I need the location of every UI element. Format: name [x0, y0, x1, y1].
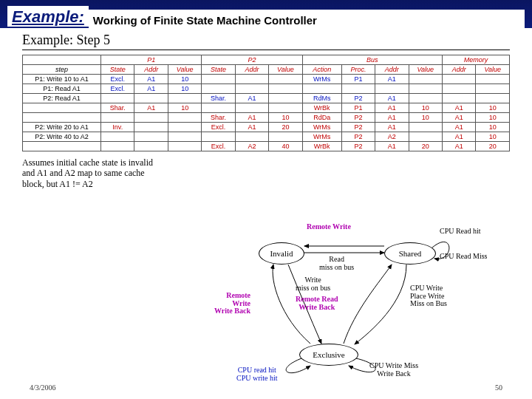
cell-bus_proc: P2: [341, 142, 375, 151]
cell-mem_addr: A1: [443, 113, 476, 123]
cell-mem_val: 10: [476, 132, 510, 142]
cell-p2_val: [269, 84, 302, 94]
col-mem-addr: Addr: [443, 65, 476, 75]
cell-p1_state: [101, 132, 134, 142]
cell-p2_state: Shar.: [202, 94, 235, 103]
assumption-text: Assumes initial cache state is invalid a…: [22, 157, 163, 189]
cell-bus_val: 10: [409, 103, 442, 113]
coherence-table: P1 P2 Bus Memory step State Addr Value S…: [22, 55, 510, 151]
cell-bus_action: [302, 84, 341, 94]
group-p1: P1: [101, 55, 202, 65]
cell-p2_state: Shar.: [202, 113, 235, 123]
cell-p1_val: [168, 94, 201, 103]
col-bus-proc: Proc.: [341, 65, 375, 75]
cell-p1_val: [168, 113, 201, 123]
footer-date: 4/3/2006: [30, 383, 56, 392]
cell-step: [23, 113, 101, 123]
cell-bus_addr: A1: [375, 75, 409, 84]
cell-bus_action: WrBk: [302, 103, 341, 113]
table-row: Shar.A110RdDaP2A110A110: [23, 113, 510, 123]
cell-p2_addr: [235, 132, 268, 142]
cell-mem_addr: [443, 94, 476, 103]
cell-p1_val: [168, 132, 201, 142]
label-write-miss-bus: Writemiss on bus: [296, 276, 330, 292]
cell-p1_state: [101, 142, 134, 151]
cell-p2_val: [269, 75, 302, 84]
group-memory: Memory: [443, 55, 510, 65]
cell-p1_val: [168, 142, 201, 151]
cell-mem_addr: [443, 75, 476, 84]
cell-mem_val: 20: [476, 142, 510, 151]
table-row: P2: Write 40 to A2WrMsP2A2A110: [23, 132, 510, 142]
cell-step: P2: Read A1: [23, 94, 101, 103]
cell-bus_val: [409, 75, 442, 84]
cell-step: [23, 142, 101, 151]
cell-p2_addr: A1: [235, 123, 268, 132]
cell-p1_addr: A1: [134, 75, 168, 84]
cell-bus_val: [409, 132, 442, 142]
cell-p2_val: [269, 103, 302, 113]
cell-bus_action: RdMs: [302, 94, 341, 103]
label-cpu-write-place: CPU WritePlace WriteMiss on Bus: [410, 284, 447, 308]
cell-mem_addr: A1: [443, 132, 476, 142]
cell-bus_addr: A1: [375, 94, 409, 103]
cell-bus_proc: P2: [341, 123, 375, 132]
cell-p2_addr: [235, 75, 268, 84]
cell-p2_addr: A1: [235, 113, 268, 123]
title-bar: Example: Working of Finite State Machine…: [0, 0, 532, 28]
footer-page: 50: [495, 383, 502, 392]
cell-p1_addr: A1: [134, 103, 168, 113]
col-p1-value: Value: [168, 65, 201, 75]
cell-p1_addr: [134, 142, 168, 151]
group-p2: P2: [202, 55, 302, 65]
cell-p1_val: [168, 123, 201, 132]
group-header-row: P1 P2 Bus Memory: [23, 55, 510, 65]
col-p1-addr: Addr: [134, 65, 168, 75]
cell-bus_addr: [375, 84, 409, 94]
cell-step: P2: Write 40 to A2: [23, 132, 101, 142]
cell-p1_addr: [134, 94, 168, 103]
cell-bus_action: WrMs: [302, 123, 341, 132]
label-cpu-read-hit: CPU Read hit: [440, 228, 481, 236]
cell-bus_action: WrMs: [302, 75, 341, 84]
table-row: Shar.A110WrBkP1A110A110: [23, 103, 510, 113]
group-bus: Bus: [302, 55, 442, 65]
cell-bus_proc: P2: [341, 94, 375, 103]
cell-p1_addr: A1: [134, 84, 168, 94]
cell-mem_addr: A1: [443, 123, 476, 132]
cell-p1_state: [101, 94, 134, 103]
cell-p2_state: [202, 84, 235, 94]
cell-bus_val: [409, 94, 442, 103]
cell-p1_val: 10: [168, 75, 201, 84]
table-row: Excl.A240WrBkP2A120A120: [23, 142, 510, 151]
col-p2-addr: Addr: [235, 65, 268, 75]
cell-p2_state: Excl.: [202, 142, 235, 151]
cell-p2_addr: [235, 103, 268, 113]
cell-p2_val: 10: [269, 113, 302, 123]
label-read-miss-bus: Readmiss on bus: [319, 256, 354, 271]
col-bus-addr: Addr: [375, 65, 409, 75]
label-remote-read-wb: Remote ReadWrite Back: [296, 296, 338, 311]
cell-bus_proc: P1: [341, 103, 375, 113]
col-p2-value: Value: [269, 65, 302, 75]
state-shared: Shared: [384, 242, 436, 265]
label-cpu-rw-hit: CPU read hitCPU write hit: [236, 366, 278, 382]
table-row: P1: Read A1Excl.A110: [23, 84, 510, 94]
col-bus-action: Action: [302, 65, 341, 75]
cell-p1_val: 10: [168, 103, 201, 113]
cell-bus_proc: P1: [341, 75, 375, 84]
cell-bus_val: 20: [409, 142, 442, 151]
cell-mem_val: 10: [476, 113, 510, 123]
col-step: step: [23, 65, 101, 75]
table-row: P1: Write 10 to A1Excl.A110WrMsP1A1: [23, 75, 510, 84]
cell-mem_val: 10: [476, 123, 510, 132]
cell-p1_addr: [134, 123, 168, 132]
label-remote-write-top: Remote Write: [307, 223, 351, 231]
cell-bus_proc: [341, 84, 375, 94]
cell-bus_val: 10: [409, 113, 442, 123]
cell-p1_state: Excl.: [101, 84, 134, 94]
table-row: P2: Read A1Shar.A1RdMsP2A1: [23, 94, 510, 103]
label-cpu-write-miss-wb: CPU Write MissWrite Back: [369, 362, 418, 378]
cell-p1_state: Inv.: [101, 123, 134, 132]
cell-p1_addr: [134, 113, 168, 123]
